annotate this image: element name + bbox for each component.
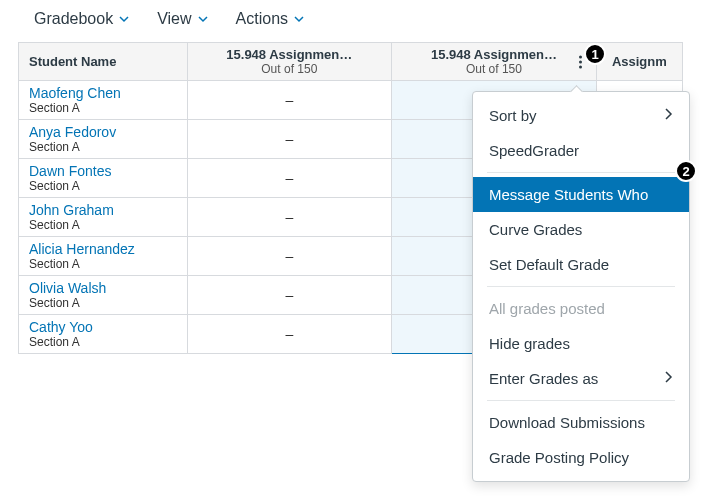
menu-speedgrader[interactable]: SpeedGrader <box>473 133 689 168</box>
grade-cell[interactable]: – <box>187 198 392 237</box>
student-section: Section A <box>29 257 177 271</box>
grade-cell[interactable]: – <box>187 276 392 315</box>
student-name: Olivia Walsh <box>29 280 177 296</box>
column-header-assignment-3[interactable]: Assignm <box>596 43 682 81</box>
student-name: Anya Fedorov <box>29 124 177 140</box>
caret-down-icon <box>198 10 208 28</box>
student-section: Section A <box>29 296 177 310</box>
menu-sort-by[interactable]: Sort by <box>473 98 689 133</box>
toolbar-actions[interactable]: Actions <box>236 10 304 28</box>
column-sublabel: Out of 150 <box>198 62 382 76</box>
menu-label: SpeedGrader <box>489 142 579 159</box>
menu-label: Message Students Who <box>489 186 648 203</box>
menu-label: Set Default Grade <box>489 256 609 273</box>
student-cell[interactable]: Maofeng Chen Section A <box>19 81 188 120</box>
column-header-assignment-2[interactable]: 15.948 Assignmen… Out of 150 <box>392 43 597 81</box>
grade-cell[interactable]: – <box>187 81 392 120</box>
student-cell[interactable]: Alicia Hernandez Section A <box>19 237 188 276</box>
grade-cell[interactable]: – <box>187 315 392 354</box>
menu-label: Grade Posting Policy <box>489 449 629 466</box>
column-label: Student Name <box>29 54 116 69</box>
grade-cell[interactable]: – <box>187 159 392 198</box>
menu-separator <box>487 172 675 173</box>
menu-set-default-grade[interactable]: Set Default Grade <box>473 247 689 282</box>
menu-enter-grades-as[interactable]: Enter Grades as <box>473 361 689 396</box>
chevron-right-icon <box>663 107 673 124</box>
menu-download-submissions[interactable]: Download Submissions <box>473 405 689 440</box>
column-label: 15.948 Assignmen… <box>198 47 382 62</box>
menu-message-students-who[interactable]: Message Students Who <box>473 177 689 212</box>
student-name: Cathy Yoo <box>29 319 177 335</box>
menu-label: Enter Grades as <box>489 370 598 387</box>
column-sublabel: Out of 150 <box>402 62 586 76</box>
student-cell[interactable]: John Graham Section A <box>19 198 188 237</box>
student-cell[interactable]: Cathy Yoo Section A <box>19 315 188 354</box>
annotation-badge-1: 1 <box>584 43 606 65</box>
student-name: Alicia Hernandez <box>29 241 177 257</box>
menu-label: Curve Grades <box>489 221 582 238</box>
column-label: 15.948 Assignmen… <box>402 47 586 62</box>
menu-grade-posting-policy[interactable]: Grade Posting Policy <box>473 440 689 475</box>
toolbar-label: Actions <box>236 10 288 28</box>
student-section: Section A <box>29 101 177 115</box>
student-section: Section A <box>29 335 177 349</box>
toolbar-gradebook[interactable]: Gradebook <box>34 10 129 28</box>
annotation-badge-2: 2 <box>675 160 697 182</box>
column-options-menu: Sort by SpeedGrader Message Students Who… <box>472 91 690 482</box>
toolbar-label: Gradebook <box>34 10 113 28</box>
menu-separator <box>487 400 675 401</box>
grade-cell[interactable]: – <box>187 237 392 276</box>
toolbar-label: View <box>157 10 191 28</box>
menu-curve-grades[interactable]: Curve Grades <box>473 212 689 247</box>
menu-all-grades-posted: All grades posted <box>473 291 689 326</box>
chevron-right-icon <box>663 370 673 387</box>
student-section: Section A <box>29 140 177 154</box>
column-header-assignment-1[interactable]: 15.948 Assignmen… Out of 150 <box>187 43 392 81</box>
menu-label: Sort by <box>489 107 537 124</box>
student-section: Section A <box>29 179 177 193</box>
student-cell[interactable]: Anya Fedorov Section A <box>19 120 188 159</box>
column-label: Assignm <box>607 54 672 69</box>
caret-down-icon <box>119 10 129 28</box>
toolbar: Gradebook View Actions <box>0 0 701 42</box>
menu-label: Hide grades <box>489 335 570 352</box>
menu-hide-grades[interactable]: Hide grades <box>473 326 689 361</box>
menu-label: Download Submissions <box>489 414 645 431</box>
menu-label: All grades posted <box>489 300 605 317</box>
student-name: Dawn Fontes <box>29 163 177 179</box>
student-cell[interactable]: Olivia Walsh Section A <box>19 276 188 315</box>
student-name: John Graham <box>29 202 177 218</box>
grade-cell[interactable]: – <box>187 120 392 159</box>
student-name: Maofeng Chen <box>29 85 177 101</box>
student-cell[interactable]: Dawn Fontes Section A <box>19 159 188 198</box>
student-section: Section A <box>29 218 177 232</box>
caret-down-icon <box>294 10 304 28</box>
toolbar-view[interactable]: View <box>157 10 207 28</box>
menu-separator <box>487 286 675 287</box>
column-header-student-name[interactable]: Student Name <box>19 43 188 81</box>
